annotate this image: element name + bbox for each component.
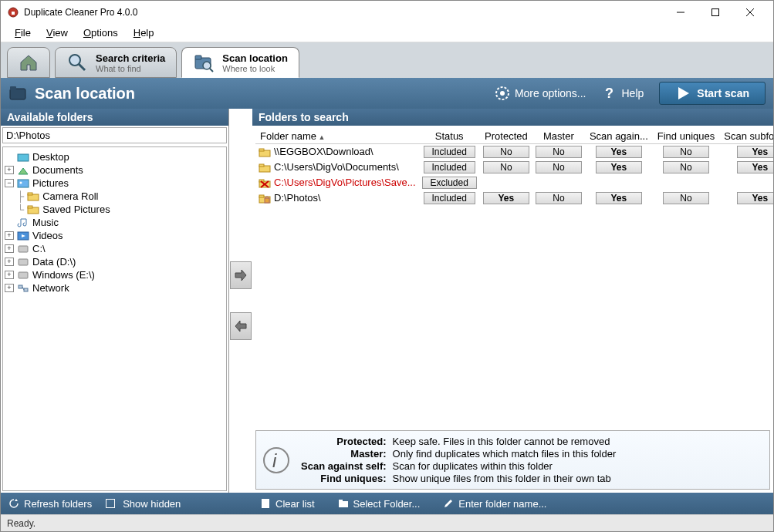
close-button[interactable] [732, 1, 767, 24]
cell-toggle[interactable]: Yes [737, 192, 773, 204]
refresh-folders-link[interactable]: Refresh folders [8, 498, 92, 510]
cell-toggle[interactable]: No [663, 192, 709, 204]
path-field[interactable]: D:\Photos [2, 127, 227, 143]
col-master[interactable]: Master [532, 129, 585, 144]
tab-sublabel: What to find [96, 64, 165, 73]
cell-toggle[interactable]: No [663, 161, 709, 173]
minimize-button[interactable] [663, 1, 698, 24]
help-link[interactable]: ? Help [602, 86, 644, 101]
svg-rect-46 [339, 500, 343, 502]
tree-e[interactable]: +Windows (E:\) [5, 268, 225, 281]
col-subfolders[interactable]: Scan subfolders [719, 129, 773, 144]
col-status[interactable]: Status [419, 129, 480, 144]
cell-toggle[interactable]: Yes [737, 161, 773, 173]
tab-label: Scan location [222, 52, 288, 64]
remove-folder-button[interactable] [230, 312, 252, 340]
tree-desktop[interactable]: Desktop [5, 150, 225, 163]
folder-icon [338, 498, 349, 509]
cell-toggle[interactable]: Yes [596, 192, 642, 204]
play-icon [675, 86, 691, 101]
cell-toggle[interactable]: Included [424, 161, 475, 173]
cell-toggle[interactable]: Included [424, 192, 475, 204]
row-folder-icon [259, 163, 271, 173]
svg-text:i: i [272, 450, 277, 471]
cell-toggle[interactable]: Yes [483, 192, 529, 204]
cell-toggle[interactable]: No [663, 146, 709, 158]
folder-tree[interactable]: Desktop +Documents −Pictures ├Camera Rol… [2, 146, 227, 491]
tree-pictures[interactable]: −Pictures [5, 177, 225, 190]
folders-to-search-header: Folders to search [252, 109, 773, 126]
tree-music[interactable]: Music [5, 216, 225, 229]
svg-rect-40 [259, 195, 264, 197]
tab-home[interactable] [7, 47, 50, 78]
start-scan-button[interactable]: Start scan [659, 82, 766, 105]
status-text: Ready. [7, 518, 35, 529]
show-hidden-checkbox[interactable]: Show hidden [106, 498, 181, 510]
info-panel: i Protected:Keep safe. Files in this fol… [255, 430, 770, 490]
tree-documents[interactable]: +Documents [5, 163, 225, 177]
available-folders-pane: Available folders D:\Photos Desktop +Doc… [1, 109, 229, 493]
col-uniques[interactable]: Find uniques [653, 129, 719, 144]
magnifier-icon [66, 52, 88, 73]
cell-toggle[interactable]: No [536, 161, 582, 173]
svg-rect-18 [18, 180, 29, 187]
svg-rect-21 [28, 193, 32, 195]
page-icon [260, 498, 271, 509]
tab-scan-location[interactable]: Scan location Where to look [181, 47, 299, 78]
cell-toggle[interactable]: No [483, 161, 529, 173]
menu-file[interactable]: File [7, 25, 39, 40]
footer-bar: Refresh folders Show hidden Clear list S… [1, 493, 773, 514]
table-row[interactable]: \\EGGBOX\Download\IncludedNoNoYesNoYes [255, 144, 773, 160]
svg-point-19 [20, 181, 22, 184]
cell-toggle[interactable]: No [536, 192, 582, 204]
svg-rect-41 [265, 198, 269, 203]
svg-line-11 [210, 69, 213, 72]
refresh-icon [8, 498, 19, 509]
tree-videos[interactable]: +Videos [5, 229, 225, 242]
cell-toggle[interactable]: Included [424, 146, 475, 158]
info-icon: i [262, 436, 290, 484]
col-folder-name[interactable]: Folder name [255, 129, 419, 144]
table-row[interactable]: C:\Users\DigVo\Documents\IncludedNoNoYes… [255, 160, 773, 175]
row-folder-name: C:\Users\DigVo\Documents\ [274, 161, 399, 173]
svg-rect-12 [10, 89, 25, 99]
app-icon [7, 6, 19, 19]
svg-point-15 [500, 91, 505, 96]
svg-line-7 [79, 64, 85, 70]
title-bar: Duplicate Cleaner Pro 4.0.0 [1, 1, 773, 24]
cell-toggle[interactable]: Yes [596, 146, 642, 158]
tree-d[interactable]: +Data (D:\) [5, 255, 225, 268]
cell-toggle[interactable]: Yes [737, 146, 773, 158]
cell-toggle[interactable]: Yes [596, 161, 642, 173]
table-row[interactable]: C:\Users\DigVo\Pictures\Save...Excluded [255, 175, 773, 190]
row-folder-icon [259, 178, 271, 189]
tree-network[interactable]: +Network [5, 281, 225, 295]
svg-rect-45 [339, 501, 348, 507]
tree-cameraroll[interactable]: ├Camera Roll [17, 190, 225, 203]
tab-search-criteria[interactable]: Search criteria What to find [55, 47, 177, 78]
clear-list-link[interactable]: Clear list [260, 498, 315, 510]
tabs-row: Search criteria What to find Scan locati… [1, 42, 773, 78]
add-folder-button[interactable] [230, 261, 252, 289]
gear-icon [495, 86, 510, 101]
menu-options[interactable]: Options [76, 25, 126, 40]
maximize-button[interactable] [698, 1, 732, 24]
cell-toggle[interactable]: No [536, 146, 582, 158]
svg-point-10 [203, 62, 211, 69]
table-row[interactable]: D:\Photos\IncludedYesNoYesNoYes [255, 190, 773, 206]
menu-help[interactable]: Help [126, 25, 162, 40]
svg-rect-34 [259, 164, 264, 167]
enter-folder-name-link[interactable]: Enter folder name... [443, 498, 546, 510]
col-scanself[interactable]: Scan again... [585, 129, 653, 144]
svg-point-6 [69, 55, 80, 66]
cell-toggle[interactable]: No [483, 146, 529, 158]
more-options-link[interactable]: More options... [495, 86, 586, 101]
col-protected[interactable]: Protected [480, 129, 532, 144]
select-folder-link[interactable]: Select Folder... [338, 498, 421, 510]
cell-toggle[interactable]: Excluded [422, 177, 477, 189]
menu-view[interactable]: View [39, 25, 76, 40]
svg-rect-25 [19, 246, 28, 252]
tree-c[interactable]: +C:\ [5, 242, 225, 255]
tree-savedpics[interactable]: └Saved Pictures [17, 203, 225, 216]
svg-rect-28 [19, 285, 22, 288]
